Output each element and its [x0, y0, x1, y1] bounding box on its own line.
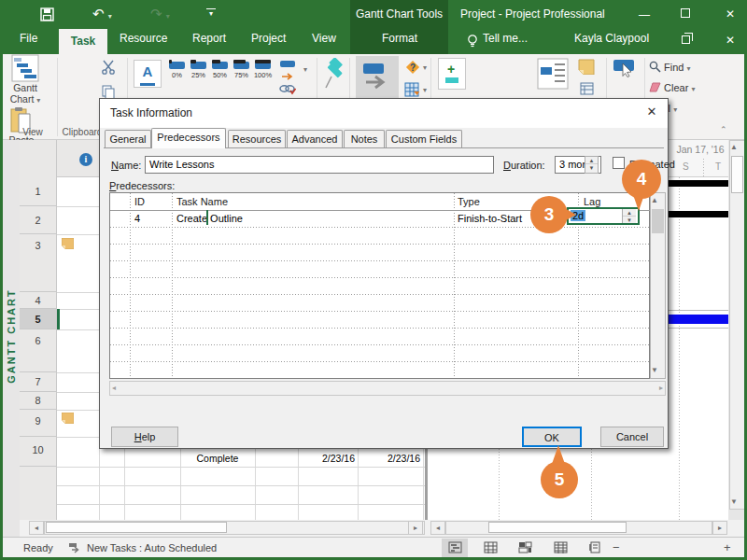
- pred-id[interactable]: 4: [134, 213, 140, 224]
- scroll-right-icon[interactable]: ▸: [408, 521, 423, 535]
- pred-type[interactable]: Finish-to-Start: [458, 213, 522, 224]
- row-number[interactable]: 7: [20, 372, 56, 392]
- name-input[interactable]: Write Lessons: [145, 156, 494, 174]
- ok-button[interactable]: OK: [522, 427, 582, 447]
- scroll-right-icon[interactable]: ▸: [712, 521, 727, 535]
- help-button[interactable]: Help: [111, 427, 178, 447]
- scroll-left-icon[interactable]: ◂: [112, 382, 116, 395]
- scroll-up-icon[interactable]: ▲: [651, 194, 665, 207]
- dialog-tab-predecessors[interactable]: Predecessors: [151, 128, 226, 148]
- zoom-in-button[interactable]: +: [724, 540, 731, 554]
- chevron-down-icon[interactable]: ▾: [423, 63, 427, 72]
- find-button[interactable]: Find ▾: [649, 61, 691, 73]
- pred-task-name[interactable]: Create Outline: [176, 213, 243, 224]
- display-task-details-icon[interactable]: [537, 58, 569, 90]
- percent-75-button[interactable]: 75%: [232, 62, 251, 79]
- clear-button[interactable]: Clear ▾: [649, 82, 695, 93]
- move-task-button[interactable]: [356, 56, 399, 99]
- copy-icon[interactable]: [101, 84, 116, 99]
- task-notes-icon[interactable]: [578, 59, 595, 75]
- tab-resource[interactable]: Resource: [120, 32, 167, 45]
- cell-date1[interactable]: 2/23/16: [298, 453, 355, 464]
- tell-me-box[interactable]: Tell me...: [483, 32, 528, 45]
- percent-50-button[interactable]: 50%: [210, 62, 230, 79]
- collapse-ribbon-icon[interactable]: ⌃: [720, 125, 727, 134]
- undo-icon[interactable]: ↶ ▾: [92, 6, 112, 22]
- row-number[interactable]: 4: [20, 292, 56, 309]
- scroll-down-icon[interactable]: ▼: [651, 364, 665, 377]
- unlink-tasks-button[interactable]: [280, 61, 295, 84]
- cancel-button[interactable]: Cancel: [600, 427, 664, 447]
- task-form-icon[interactable]: [580, 82, 594, 95]
- tab-view[interactable]: View: [312, 32, 336, 45]
- row-number[interactable]: 1: [20, 177, 56, 206]
- scroll-down-icon[interactable]: ▼: [730, 496, 744, 509]
- row-number[interactable]: 3: [20, 234, 56, 292]
- scroll-right-icon[interactable]: ▸: [659, 382, 663, 395]
- minimize-button[interactable]: —: [638, 8, 651, 21]
- scroll-left-icon[interactable]: ◂: [29, 521, 44, 535]
- view-task-usage-button[interactable]: [477, 539, 503, 557]
- tab-project[interactable]: Project: [251, 32, 286, 45]
- zoom-out-button[interactable]: −: [613, 540, 620, 554]
- row-number-selected[interactable]: 5: [20, 309, 56, 329]
- close-document-button[interactable]: ✕: [724, 34, 737, 47]
- pred-table-hscrollbar[interactable]: ◂ ▸: [109, 381, 666, 396]
- dialog-tab-custom-fields[interactable]: Custom Fields: [386, 130, 462, 147]
- duration-spinner[interactable]: ▲▼: [585, 156, 599, 174]
- cell-complete[interactable]: Complete: [180, 453, 255, 464]
- view-team-planner-button[interactable]: [512, 539, 538, 557]
- status-new-tasks[interactable]: New Tasks : Auto Scheduled: [87, 542, 217, 553]
- close-button[interactable]: ✕: [724, 7, 737, 21]
- maximize-button[interactable]: [681, 8, 690, 18]
- view-gantt-button[interactable]: [442, 539, 468, 557]
- tab-task-active[interactable]: Task: [59, 29, 107, 54]
- dialog-title-bar[interactable]: Task Information ✕: [100, 99, 668, 128]
- tab-file[interactable]: File: [20, 32, 37, 45]
- dialog-tab-notes[interactable]: Notes: [344, 130, 385, 147]
- percent-25-button[interactable]: 25%: [189, 62, 208, 79]
- dialog-close-icon[interactable]: ✕: [643, 105, 660, 119]
- tables-icon[interactable]: [404, 82, 419, 97]
- view-report-button[interactable]: [582, 539, 608, 557]
- percent-100-button[interactable]: 100%: [253, 62, 273, 79]
- lag-spinner[interactable]: ▲▼: [622, 209, 636, 223]
- link-tasks-icon[interactable]: [279, 84, 296, 95]
- cut-icon[interactable]: [101, 60, 116, 75]
- cell-date2[interactable]: 2/23/16: [358, 453, 420, 464]
- dialog-tab-advanced[interactable]: Advanced: [287, 130, 343, 147]
- row-number[interactable]: 9: [20, 410, 56, 437]
- gantt-chart-view-button[interactable]: GanttChart ▾: [3, 54, 48, 106]
- estimated-checkbox[interactable]: [613, 157, 625, 169]
- scrollbar-thumb[interactable]: [652, 209, 664, 233]
- quick-access-customize-icon[interactable]: ▾: [206, 8, 216, 18]
- chevron-down-icon[interactable]: ▾: [423, 86, 427, 94]
- pushpin-icon[interactable]: [324, 58, 346, 91]
- mark-on-track-button[interactable]: ?: [404, 59, 421, 79]
- view-resource-sheet-button[interactable]: [547, 539, 573, 557]
- tab-format[interactable]: Format: [376, 32, 423, 45]
- scrollbar-thumb[interactable]: [731, 156, 743, 193]
- row-number[interactable]: 8: [20, 392, 56, 410]
- restore-window-icon[interactable]: [682, 35, 690, 44]
- row-number[interactable]: 2: [20, 206, 56, 234]
- insert-task-button[interactable]: +: [438, 58, 466, 90]
- scrollbar-thumb[interactable]: [488, 522, 627, 533]
- undo-caret-icon[interactable]: ▾: [108, 12, 112, 21]
- scroll-up-icon[interactable]: ▲: [730, 141, 744, 154]
- scroll-left-icon[interactable]: ◂: [430, 521, 445, 535]
- dialog-tab-general[interactable]: General: [105, 130, 151, 147]
- scrollbar-thumb[interactable]: [46, 522, 227, 533]
- chevron-down-icon[interactable]: ▾: [303, 65, 307, 74]
- user-name[interactable]: Kayla Claypool: [574, 32, 649, 45]
- row-number[interactable]: 10: [20, 437, 56, 467]
- tab-report[interactable]: Report: [192, 32, 226, 45]
- scroll-to-task-button[interactable]: [613, 60, 634, 71]
- font-button[interactable]: A: [134, 60, 162, 88]
- save-icon[interactable]: [40, 7, 54, 21]
- lag-cell-editor[interactable]: 2d ▲▼: [567, 207, 640, 225]
- row-number[interactable]: 6: [20, 329, 56, 372]
- chart-vertical-scrollbar[interactable]: ▲ ▼: [729, 140, 745, 510]
- dialog-tab-resources[interactable]: Resources: [228, 130, 286, 147]
- percent-0-button[interactable]: 0%: [167, 62, 187, 79]
